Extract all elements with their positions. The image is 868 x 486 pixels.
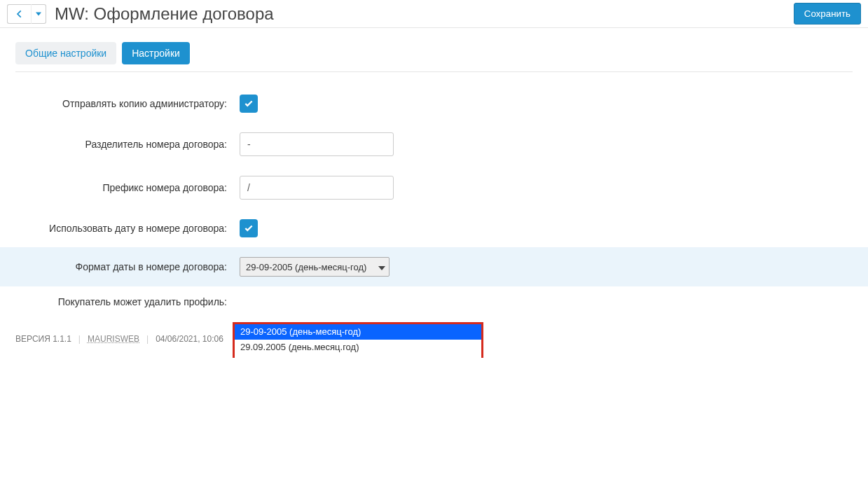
input-separator[interactable] [240,132,394,156]
tab-general[interactable]: Общие настройки [15,42,116,64]
row-prefix: Префикс номера договора: [15,166,853,209]
caret-down-icon [36,11,41,17]
check-icon [244,223,254,233]
dropdown-option[interactable]: 29/09/2005 (день/месяц/год) [235,355,481,358]
dropdown-option[interactable]: 29-09-2005 (день-месяц-год) [235,324,481,340]
tab-settings[interactable]: Настройки [122,42,190,64]
label-send-copy-admin: Отправлять копию администратору: [15,98,240,109]
arrow-left-icon [15,9,25,19]
row-use-date: Использовать дату в номере договора: [15,209,853,247]
label-date-format: Формат даты в номере договора: [15,261,240,272]
tabs: Общие настройки Настройки [15,42,853,64]
footer-link[interactable]: MAURISWEB [88,334,139,344]
back-dropdown-button[interactable] [31,4,46,24]
row-date-format: Формат даты в номере договора: 29-09-200… [0,247,868,286]
footer-version: ВЕРСИЯ 1.1.1 [15,334,71,344]
row-send-copy-admin: Отправлять копию администратору: [15,85,853,123]
back-button[interactable] [7,4,31,24]
date-format-dropdown: 29-09-2005 (день-месяц-год) 29.09.2005 (… [233,322,483,358]
label-use-date: Использовать дату в номере договора: [15,223,240,234]
dropdown-option[interactable]: 29.09.2005 (день.месяц.год) [235,340,481,355]
row-separator: Разделитель номера договора: [15,123,853,166]
divider [15,71,853,72]
label-prefix: Префикс номера договора: [15,182,240,193]
save-button[interactable]: Сохранить [794,3,861,25]
label-separator: Разделитель номера договора: [15,139,240,150]
checkbox-use-date[interactable] [240,219,258,237]
row-buyer-delete: Покупатель может удалить профиль: [15,286,853,317]
select-date-format-value: 29-09-2005 (день-месяц-год) [246,262,366,272]
label-buyer-delete: Покупатель может удалить профиль: [15,296,240,307]
check-icon [244,99,254,109]
input-prefix[interactable] [240,176,394,200]
checkbox-send-copy-admin[interactable] [240,95,258,113]
footer-timestamp: 04/06/2021, 10:06 [156,334,223,344]
select-date-format[interactable]: 29-09-2005 (день-месяц-год) [240,257,390,277]
page-title: MW: Оформление договора [55,4,274,24]
